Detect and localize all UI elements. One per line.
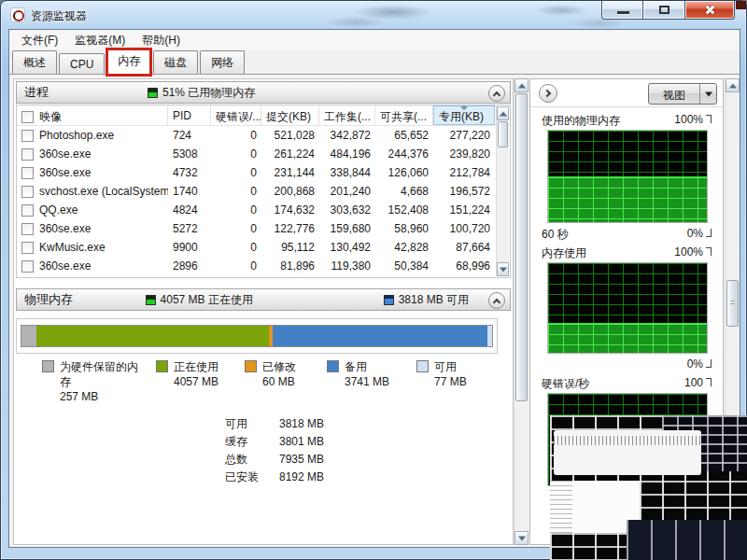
legend-swatch (156, 360, 168, 372)
legend-swatch (42, 360, 54, 372)
row-checkbox[interactable] (21, 223, 34, 235)
legend-in-use: 正在使用4057 MB (156, 359, 245, 404)
memory-collapse-button[interactable] (488, 292, 505, 309)
table-row[interactable]: Photoshop.exe 7240521,028342,87265,65227… (17, 126, 510, 145)
legend-swatch (416, 360, 429, 372)
tab-overview[interactable]: 概述 (12, 50, 57, 74)
menu-help[interactable]: 帮助(H) (134, 31, 189, 50)
available-icon (384, 295, 394, 305)
thumb-grip-icon (730, 301, 735, 306)
in-use-label: 4057 MB 正在使用 (161, 292, 253, 308)
chevron-right-icon (543, 90, 551, 97)
table-scrollbar[interactable] (496, 106, 509, 276)
view-dropdown-arrow[interactable] (699, 84, 716, 104)
memory-composition-bar (21, 325, 493, 347)
legend-standby: 备用3741 MB (327, 359, 416, 404)
bar-segment-free (487, 326, 492, 346)
legend-swatch (327, 360, 339, 372)
tab-cpu[interactable]: CPU (59, 53, 105, 74)
right-panel-header: 视图 (530, 79, 723, 107)
minimize-icon (617, 11, 629, 14)
memory-bar-box (16, 318, 498, 354)
expand-panel-button[interactable] (539, 84, 557, 103)
column-private[interactable]: 专用(KB) (433, 105, 495, 125)
maximize-icon (659, 6, 669, 14)
table-row[interactable]: 360se.exe 2896081,896119,38050,38468,996 (17, 257, 510, 275)
close-button[interactable] (685, 1, 735, 20)
column-commit[interactable]: 提交(KB) (261, 105, 319, 125)
scroll-down-button[interactable] (514, 531, 529, 545)
scrollbar-thumb[interactable] (726, 280, 739, 327)
memory-section-title: 物理内存 (17, 291, 146, 308)
available-label: 3818 MB 可用 (399, 292, 469, 308)
select-all-checkbox[interactable] (21, 111, 34, 123)
row-checkbox[interactable] (21, 242, 34, 254)
memory-usage-icon (148, 88, 158, 98)
table-row[interactable]: svchost.exe (LocalSystemN... 17400200,86… (17, 182, 510, 201)
graph3-labels: 硬错误/秒 100 (542, 376, 712, 392)
memory-stats: 可用3818 MB 缓存3801 MB 总数7935 MB 已安装8192 MB (225, 415, 324, 486)
legend-modified: 已修改60 MB (245, 359, 327, 404)
table-row[interactable]: 360se.exe 47320231,144338,844126,060212,… (17, 163, 510, 182)
column-pid[interactable]: PID (168, 105, 211, 125)
process-collapse-button[interactable] (488, 85, 505, 102)
menu-monitor[interactable]: 监视器(M) (66, 31, 134, 50)
row-checkbox[interactable] (21, 130, 34, 142)
graph2-sublabels: 0% (542, 357, 712, 371)
titlebar[interactable]: 资源监视器 (1, 1, 746, 29)
graph2-labels: 内存使用 100% (542, 245, 712, 261)
process-section-status: 51% 已用物理内存 (162, 85, 255, 101)
process-table: 映像 PID 硬错误/... 提交(KB) 工作集(... 可共享(... 专用… (16, 105, 511, 278)
column-shareable[interactable]: 可共享(... (375, 105, 433, 125)
chevron-up-icon (493, 299, 500, 306)
physical-memory-graph (547, 130, 708, 223)
legend-swatch (245, 360, 257, 372)
left-panel: 进程 51% 已用物理内存 映像 PID 硬错误/... 提交(KB) 工作集(… (13, 78, 514, 545)
row-checkbox[interactable] (21, 260, 34, 273)
column-hard-faults[interactable]: 硬错误/... (211, 105, 261, 125)
row-checkbox[interactable] (21, 204, 34, 217)
table-header: 映像 PID 硬错误/... 提交(KB) 工作集(... 可共享(... 专用… (17, 105, 510, 126)
memory-legend: 为硬件保留的内存257 MB 正在使用4057 MB 已修改60 MB 备用37… (42, 359, 509, 404)
app-icon (10, 7, 25, 22)
process-section-header: 进程 51% 已用物理内存 (16, 81, 511, 104)
sort-arrow-icon (460, 106, 468, 110)
in-use-icon (146, 295, 156, 305)
table-row[interactable]: QQ.exe 48240174,632303,632152,408151,224 (17, 201, 510, 219)
menu-file[interactable]: 文件(F) (13, 31, 66, 50)
tab-network[interactable]: 网络 (200, 50, 245, 74)
scroll-up-button[interactable] (497, 106, 509, 120)
graph1-sublabels: 60 秒 0% (542, 227, 712, 243)
column-image[interactable]: 映像 (17, 105, 168, 125)
minimize-button[interactable] (601, 1, 643, 20)
bar-segment-hardware-reserved (21, 326, 36, 346)
resource-monitor-window: 资源监视器 文件(F) 监视器(M) 帮助(H) 概述 CPU 内存 磁盘 网络 (0, 0, 747, 560)
left-pane-scrollbar[interactable] (514, 78, 529, 545)
legend-free: 可用77 MB (416, 359, 491, 404)
column-working-set[interactable]: 工作集(... (319, 105, 375, 125)
chevron-up-icon (493, 91, 500, 99)
row-checkbox[interactable] (21, 148, 34, 161)
table-row[interactable]: 360se.exe 52720122,776159,68058,960100,7… (17, 219, 510, 238)
table-row[interactable]: 360se.exe 53080261,224484,196244,376239,… (17, 145, 510, 163)
scroll-up-button[interactable] (726, 78, 740, 92)
bar-segment-in-use (36, 326, 269, 346)
scroll-up-button[interactable] (514, 78, 529, 92)
tab-disk[interactable]: 磁盘 (153, 50, 198, 74)
process-section-title: 进程 (17, 84, 148, 101)
window-title: 资源监视器 (31, 8, 87, 24)
table-row[interactable]: KwMusic.exe 9900095,112130,49242,82887,6… (17, 238, 510, 257)
row-checkbox[interactable] (21, 167, 34, 179)
scrollbar-thumb[interactable] (515, 93, 528, 401)
graph1-labels: 使用的物理内存 100% (542, 113, 712, 129)
scrollbar-thumb[interactable] (498, 121, 508, 147)
maximize-button[interactable] (643, 1, 685, 20)
corrupted-screenshot-region (550, 415, 747, 560)
memory-section-header: 物理内存 4057 MB 正在使用 3818 MB 可用 (16, 288, 511, 311)
tab-memory[interactable]: 内存 (106, 49, 151, 74)
menubar: 文件(F) 监视器(M) 帮助(H) (9, 30, 740, 50)
legend-hardware-reserved: 为硬件保留的内存257 MB (42, 359, 156, 404)
row-checkbox[interactable] (21, 186, 34, 198)
view-button[interactable]: 视图 (648, 83, 717, 105)
scroll-down-button[interactable] (497, 262, 509, 276)
